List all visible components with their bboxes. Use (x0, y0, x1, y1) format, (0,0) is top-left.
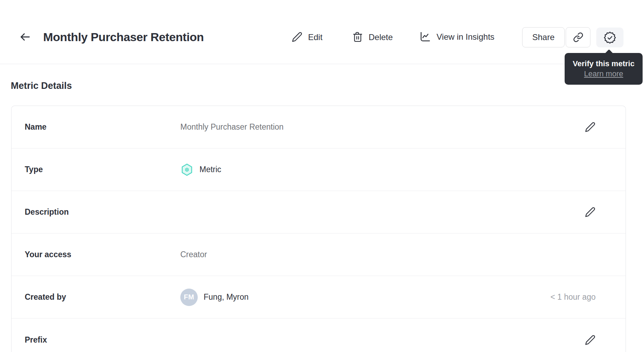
pencil-icon (585, 122, 596, 132)
page-header: Monthly Purchaser Retention Edit Delete (0, 0, 644, 64)
trash-icon (352, 32, 363, 43)
edit-button-label: Edit (308, 32, 322, 42)
table-row-prefix: Prefix (11, 319, 626, 352)
back-arrow-icon (19, 31, 31, 43)
share-button-label: Share (532, 32, 555, 42)
pencil-icon (585, 207, 596, 217)
row-value: Metric (180, 163, 221, 176)
link-icon (573, 32, 583, 43)
row-label: Type (25, 165, 180, 174)
learn-more-link[interactable]: Learn more (584, 69, 623, 78)
pencil-icon (585, 335, 596, 345)
row-label: Description (25, 207, 180, 217)
created-by-name: Fung, Myron (204, 292, 249, 302)
row-value: Creator (180, 250, 207, 259)
row-label: Prefix (25, 335, 180, 345)
back-button[interactable] (17, 29, 33, 45)
row-label: Created by (25, 292, 180, 302)
metric-hexagon-icon (180, 163, 194, 176)
view-in-insights-button[interactable]: View in Insights (419, 31, 494, 43)
table-row-name: Name Monthly Purchaser Retention (11, 106, 626, 148)
created-timestamp: < 1 hour ago (550, 292, 596, 302)
delete-button-label: Delete (369, 32, 393, 42)
view-in-insights-label: View in Insights (437, 32, 494, 42)
avatar: FM (180, 289, 198, 306)
edit-button[interactable]: Edit (292, 32, 322, 43)
tooltip-title: Verify this metric (573, 59, 634, 68)
pencil-icon (292, 32, 303, 43)
table-row-created-by: Created by FM Fung, Myron < 1 hour ago (11, 276, 626, 319)
table-row-type: Type Metric (11, 148, 626, 191)
verified-badge-icon (604, 31, 616, 44)
verify-metric-button[interactable] (596, 28, 623, 47)
table-row-your-access: Your access Creator (11, 234, 626, 276)
type-value-label: Metric (199, 165, 221, 174)
edit-name-button[interactable] (585, 122, 596, 132)
delete-button[interactable]: Delete (352, 32, 393, 43)
row-label: Name (25, 122, 180, 132)
line-chart-icon (419, 31, 431, 43)
table-row-description: Description (11, 191, 626, 234)
row-label: Your access (25, 250, 180, 259)
share-button[interactable]: Share (522, 27, 565, 47)
edit-description-button[interactable] (585, 207, 596, 217)
metric-details-page: Monthly Purchaser Retention Edit Delete (0, 0, 644, 352)
page-title: Monthly Purchaser Retention (43, 30, 204, 44)
row-value: Monthly Purchaser Retention (180, 122, 284, 132)
metric-details-card: Name Monthly Purchaser Retention Type (11, 106, 626, 352)
edit-prefix-button[interactable] (585, 335, 596, 345)
copy-link-button[interactable] (566, 27, 590, 47)
verify-metric-tooltip: Verify this metric Learn more (565, 53, 643, 85)
section-heading: Metric Details (11, 81, 72, 91)
row-value: FM Fung, Myron (180, 289, 249, 306)
